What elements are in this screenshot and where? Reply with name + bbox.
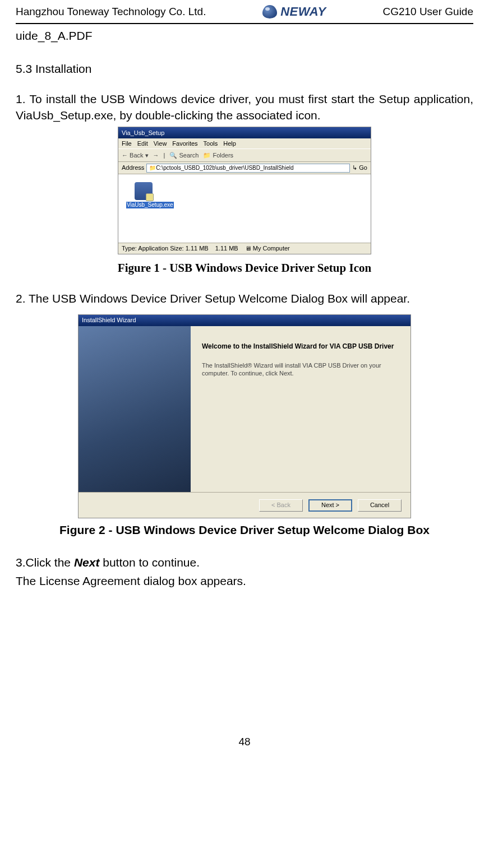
brand-logo: NEWAY	[262, 3, 326, 21]
toolbar-search[interactable]: 🔍 Search	[169, 151, 199, 160]
address-label: Address	[122, 164, 144, 172]
toolbar-back[interactable]: ← Back ▾	[122, 151, 149, 160]
folder-icon: 📁	[149, 164, 156, 172]
figure-2-caption: Figure 2 - USB Windows Device Driver Set…	[16, 522, 473, 538]
page-number: 48	[16, 735, 473, 750]
logo-orb-icon	[262, 5, 277, 18]
header-rule	[16, 23, 473, 24]
wizard-titlebar: InstallShield Wizard	[79, 315, 410, 326]
step3-suffix: button to continue.	[99, 556, 200, 569]
step-3-line1: 3.Click the Next button to continue.	[16, 554, 473, 570]
address-path: C:\pctools_USBD_102b\usb_driver\USBD_Ins…	[156, 164, 293, 172]
status-type: Type: Application Size: 1.11 MB	[122, 244, 209, 253]
wizard-side-graphic	[79, 326, 191, 492]
wizard-body: Welcome to the InstallShield Wizard for …	[191, 326, 410, 492]
step3-prefix: 3.Click the	[16, 556, 74, 569]
menu-help[interactable]: Help	[223, 140, 236, 148]
menu-file[interactable]: File	[122, 140, 132, 148]
back-button: < Back	[259, 499, 303, 512]
step3-next-word: Next	[74, 556, 100, 569]
win-menubar: File Edit View Favorites Tools Help	[118, 138, 371, 148]
toolbar-fwd-icon[interactable]: →	[153, 151, 159, 160]
setup-exe-icon[interactable]: ViaUsb_Setup.exe	[126, 182, 161, 209]
company-name: Hangzhou Toneway Technology Co. Ltd.	[16, 4, 206, 20]
status-location: 🖥 My Computer	[245, 244, 290, 253]
icon-label: ViaUsb_Setup.exe	[126, 202, 174, 208]
next-button[interactable]: Next >	[308, 499, 352, 512]
wizard-title: InstallShield Wizard	[82, 316, 136, 324]
status-size: 1.11 MB	[215, 244, 238, 253]
toolbar-folders[interactable]: 📁 Folders	[203, 151, 233, 160]
figure-1-caption: Figure 1 - USB Windows Device Driver Set…	[16, 260, 473, 276]
menu-view[interactable]: View	[154, 140, 167, 148]
win-addressbar: Address 📁 C:\pctools_USBD_102b\usb_drive…	[118, 162, 371, 174]
step-3-line2: The License Agreement dialog box appears…	[16, 573, 473, 589]
step-2-text: 2. The USB Windows Device Driver Setup W…	[16, 290, 473, 307]
menu-edit[interactable]: Edit	[137, 140, 148, 148]
win-content: ViaUsb_Setup.exe	[118, 174, 371, 243]
carryover-fragment: uide_8_A.PDF	[16, 27, 473, 44]
menu-tools[interactable]: Tools	[204, 140, 218, 148]
address-field[interactable]: 📁 C:\pctools_USBD_102b\usb_driver\USBD_I…	[146, 164, 350, 173]
screenshot-installshield-wizard: InstallShield Wizard Welcome to the Inst…	[78, 314, 411, 518]
step-1-text: 1. To install the USB Windows device dri…	[16, 91, 473, 124]
wizard-button-bar: < Back Next > Cancel	[79, 492, 410, 518]
go-button[interactable]: ↳ Go	[352, 164, 367, 172]
section-heading: 5.3 Installation	[16, 61, 473, 77]
menu-favorites[interactable]: Favorites	[172, 140, 197, 148]
win-titlebar: Via_Usb_Setup	[118, 127, 371, 138]
win-toolbar: ← Back ▾ → | 🔍 Search 📁 Folders	[118, 148, 371, 162]
installer-icon	[135, 182, 153, 200]
win-title: Via_Usb_Setup	[122, 129, 164, 137]
cancel-button[interactable]: Cancel	[358, 499, 402, 512]
wizard-heading: Welcome to the InstallShield Wizard for …	[202, 342, 399, 351]
screenshot-explorer-window: Via_Usb_Setup File Edit View Favorites T…	[118, 127, 371, 254]
win-statusbar: Type: Application Size: 1.11 MB 1.11 MB …	[118, 243, 371, 254]
document-title: CG210 User Guide	[382, 4, 473, 20]
wizard-text: The InstallShield® Wizard will install V…	[202, 361, 399, 378]
page-header: Hangzhou Toneway Technology Co. Ltd. NEW…	[16, 0, 473, 23]
logo-text: NEWAY	[280, 3, 326, 21]
